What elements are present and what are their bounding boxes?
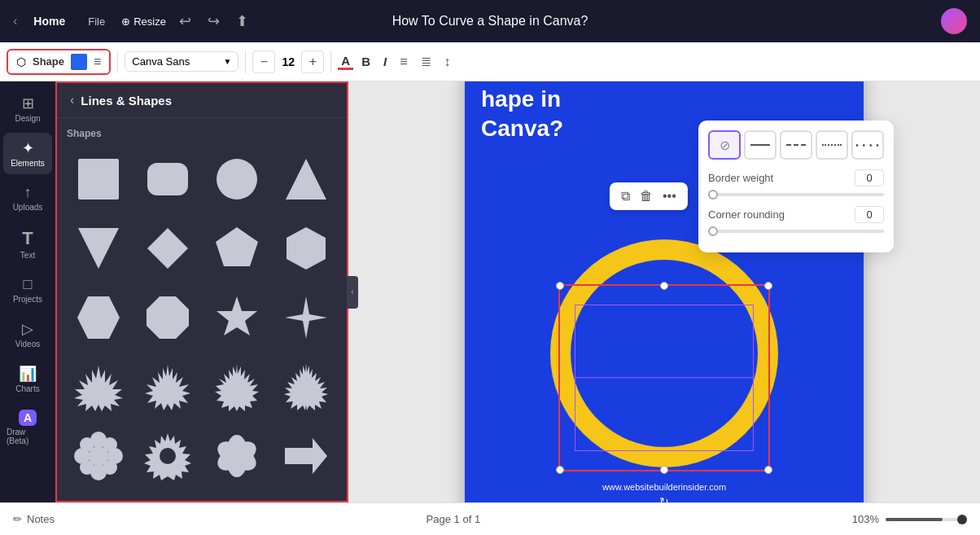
sidebar-item-charts[interactable]: 📊 Charts (3, 358, 52, 400)
sidebar-label-uploads: Uploads (13, 203, 43, 212)
shape-star4[interactable] (274, 286, 337, 349)
shape-tool-icon: ⬡ (16, 55, 26, 68)
left-panel: ‹ Lines & Shapes Shapes (55, 81, 348, 502)
redo-button[interactable]: ↪ (204, 9, 223, 33)
panel-back-icon[interactable]: ‹ (70, 93, 74, 107)
secondary-toolbar: ⬡ Shape ≡ Canva Sans ▼ − 12 + A B I ≡ ≣ … (0, 42, 980, 81)
align-button[interactable]: ≡ (395, 51, 412, 72)
handle-tr[interactable] (764, 282, 772, 290)
canvas-title: hape in Canva? (481, 85, 563, 144)
sidebar-item-text[interactable]: T Text (3, 221, 52, 266)
shape-square[interactable] (67, 147, 129, 210)
sidebar-label-videos: Videos (15, 340, 40, 349)
border-style-row: ⊘ • • • • (708, 130, 884, 160)
rotate-handle[interactable]: ↻ (659, 495, 669, 503)
handle-tl[interactable] (556, 282, 564, 290)
shape-triangle-down[interactable] (67, 217, 129, 279)
resize-button[interactable]: ⊕ Resize (121, 15, 166, 28)
undo-button[interactable]: ↩ (176, 9, 195, 33)
shape-arrow-left[interactable] (67, 493, 129, 501)
text-color-button[interactable]: A (338, 54, 353, 70)
zoom-slider[interactable] (886, 518, 967, 521)
border-solid-button[interactable] (744, 130, 777, 160)
border-dashed-button[interactable] (780, 130, 812, 160)
handle-tc[interactable] (660, 282, 668, 290)
color-swatch[interactable] (71, 54, 87, 70)
copy-icon[interactable]: ⧉ (618, 187, 633, 205)
sidebar-item-projects[interactable]: □ Projects (3, 270, 52, 310)
svg-point-21 (80, 437, 94, 452)
list-button[interactable]: ≣ (416, 50, 436, 72)
handle-bc[interactable] (660, 466, 668, 474)
shape-arrow-up[interactable] (136, 493, 199, 501)
corner-rounding-value[interactable]: 0 (855, 206, 884, 223)
handle-bl[interactable] (556, 466, 564, 474)
shape-arrow-double[interactable] (274, 493, 337, 501)
shape-pentagon[interactable] (205, 217, 268, 279)
user-avatar[interactable] (941, 8, 967, 34)
shape-rounded-rect[interactable] (136, 147, 199, 210)
panel-collapse-handle[interactable]: ‹ (347, 276, 358, 309)
border-weight-value[interactable]: 0 (855, 169, 884, 186)
cloud-button[interactable]: ⬆ (233, 9, 252, 33)
notes-button[interactable]: ✏ Notes (13, 513, 55, 525)
font-selector[interactable]: Canva Sans ▼ (125, 51, 238, 72)
sidebar-item-elements[interactable]: ✦ Elements (3, 133, 52, 174)
shape-octagon[interactable] (136, 286, 199, 349)
sidebar-item-design[interactable]: ⊞ Design (3, 88, 52, 129)
shape-button-group[interactable]: ⬡ Shape ≡ (7, 49, 111, 75)
file-button[interactable]: File (81, 12, 112, 31)
dropdown-panel: ⊘ • • • • Border weight 0 (698, 121, 894, 252)
svg-marker-3 (286, 159, 326, 200)
bold-button[interactable]: B (357, 51, 375, 72)
font-size-group: − 12 + (252, 50, 324, 73)
shape-arrow-right[interactable] (274, 424, 337, 487)
sidebar-item-videos[interactable]: ▷ Videos (3, 314, 52, 355)
resize-icon: ⊕ (121, 15, 130, 28)
border-dotted-button[interactable] (816, 130, 848, 160)
no-border-icon: ⊘ (720, 138, 730, 153)
shape-hexagon[interactable] (274, 217, 337, 279)
shape-starburst-2[interactable] (136, 355, 199, 418)
sidebar-item-draw[interactable]: A Draw (Beta) (3, 403, 52, 452)
border-weight-slider[interactable] (708, 193, 884, 196)
svg-marker-7 (287, 227, 326, 270)
svg-rect-0 (78, 159, 119, 200)
more-options-icon[interactable]: ••• (659, 187, 680, 205)
zoom-controls: 103% (852, 513, 967, 525)
font-dropdown-icon: ▼ (223, 57, 231, 66)
shape-starburst-1[interactable] (67, 355, 129, 418)
back-icon[interactable]: ‹ (13, 14, 17, 29)
shape-starburst-4[interactable] (274, 355, 337, 418)
svg-point-24 (103, 460, 117, 475)
sidebar-item-uploads[interactable]: ↑ Uploads (3, 178, 52, 218)
font-size-decrease[interactable]: − (252, 50, 275, 73)
page-info: Page 1 of 1 (427, 513, 481, 525)
text-icon: T (22, 228, 33, 249)
corner-rounding-slider[interactable] (708, 230, 884, 233)
home-button[interactable]: Home (27, 11, 72, 31)
spacing-button[interactable]: ↕ (440, 51, 456, 72)
shape-starburst-3[interactable] (205, 355, 268, 418)
border-dotted2-button[interactable]: • • • • (851, 130, 884, 160)
shape-triangle[interactable] (274, 147, 337, 210)
border-none-button[interactable]: ⊘ (708, 130, 741, 160)
shape-star5[interactable] (205, 286, 268, 349)
shape-petal[interactable] (205, 424, 268, 487)
svg-marker-15 (284, 363, 328, 410)
shape-circle[interactable] (205, 147, 268, 210)
notes-label: Notes (27, 513, 55, 525)
font-size-increase[interactable]: + (301, 50, 324, 73)
italic-button[interactable]: I (378, 51, 392, 72)
sidebar-label-charts: Charts (15, 384, 39, 393)
design-icon: ⊞ (22, 94, 34, 112)
delete-icon[interactable]: 🗑 (637, 187, 656, 205)
shape-circle-gear[interactable] (136, 424, 199, 487)
handle-br[interactable] (764, 466, 772, 474)
shape-arrow-down[interactable] (205, 493, 268, 501)
shape-flower[interactable] (67, 424, 129, 487)
menu-lines-icon[interactable]: ≡ (94, 55, 101, 69)
shape-hexagon-2[interactable] (67, 286, 129, 349)
shape-diamond[interactable] (136, 217, 199, 279)
zoom-handle[interactable] (957, 515, 967, 524)
